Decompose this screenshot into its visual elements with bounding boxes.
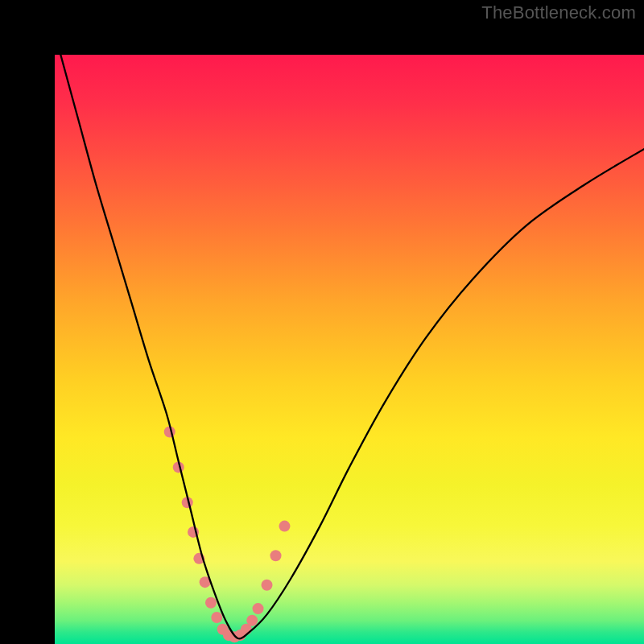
data-marker [262, 580, 273, 591]
bottleneck-curve-path [60, 55, 644, 638]
watermark-text: TheBottleneck.com [481, 2, 636, 23]
chart-svg [55, 55, 644, 644]
data-marker [270, 550, 282, 561]
data-marker [253, 603, 264, 614]
data-marker [205, 597, 217, 609]
data-marker [279, 521, 290, 532]
data-marker [246, 615, 258, 626]
chart-frame [0, 0, 644, 644]
plot-area [55, 55, 644, 644]
data-marker [211, 612, 222, 623]
